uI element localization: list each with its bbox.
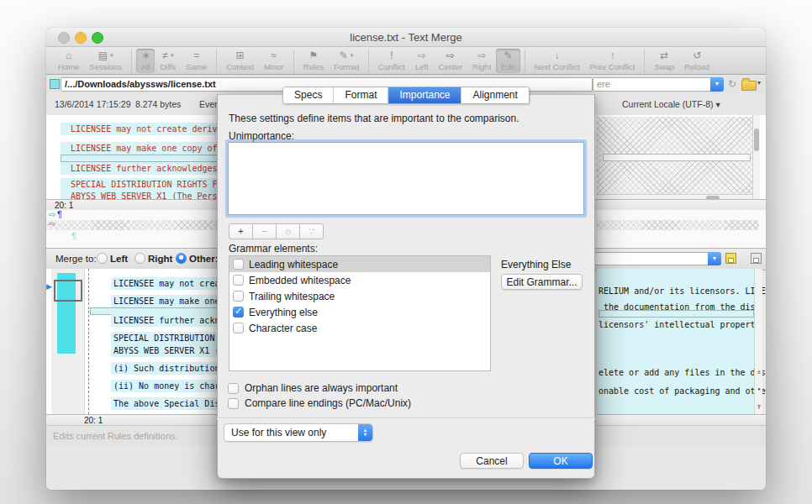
toolbar-reload-button[interactable]: ↺ Reload [679, 49, 714, 73]
insert-arrow-icon[interactable]: ⇨ [49, 210, 55, 219]
merge-left-radio[interactable] [97, 253, 108, 264]
list-item-embedded-whitespace[interactable]: Embedded whitespace [229, 272, 490, 288]
change-arrow-icon[interactable]: ⇨ [49, 219, 55, 228]
rules-icon: ⚑ [308, 50, 318, 61]
scroll-link-plusminus-icon[interactable]: ± [755, 368, 763, 375]
toolbar-diffs-button[interactable]: ≠▾ Diffs [155, 49, 181, 73]
save-as-icon[interactable] [751, 253, 762, 264]
ok-button[interactable]: OK [529, 453, 593, 469]
toolbar-prev-conflict-button[interactable]: ↑ Prev Conflict [585, 49, 641, 73]
toolbar-separator [644, 50, 645, 72]
toolbar-all-button[interactable]: ∗ All [136, 49, 156, 73]
toolbar-home-button[interactable]: ⌂ Home [53, 49, 84, 73]
context-icon: ⊞ [235, 50, 244, 61]
right-line[interactable]: RELIUM and/or its licensors. LICEN [598, 285, 766, 297]
vertical-scrollbar[interactable] [752, 115, 760, 199]
toolbar-context-button[interactable]: ⊞ Context [221, 49, 259, 73]
toolbar-next-conflict-button[interactable]: ↓ Next Conflict [530, 49, 585, 73]
toolbar-minor-button[interactable]: ≈ Minor [259, 49, 289, 73]
toolbar-swap-button[interactable]: ⇄ Swap [649, 49, 679, 73]
list-item-everything-else[interactable]: Everything else [229, 304, 490, 320]
grammar-elements-label: Grammar elements: [229, 243, 318, 255]
gear-icon[interactable]: ☼ [276, 223, 300, 239]
right-line[interactable]: onable cost of packaging and other [598, 385, 766, 397]
scope-select[interactable]: Use for this view only ▲▼ [224, 423, 373, 442]
home-icon: ⌂ [66, 50, 71, 61]
merge-other-radio[interactable] [176, 253, 187, 264]
list-item-trailing-whitespace[interactable]: Trailing whitespace [229, 288, 490, 304]
right-line[interactable]: licensors' intellectual property r [598, 318, 766, 331]
scroll-link-align-icon[interactable]: Ŧ [755, 403, 763, 411]
cancel-button[interactable]: Cancel [460, 453, 524, 469]
all-icon: ∗ [141, 50, 150, 61]
toolbar-rules-button[interactable]: ⚑ Rules [298, 49, 329, 73]
merge-right-label[interactable]: Right [148, 254, 172, 264]
toolbar-sessions-button[interactable]: ▤▾ Sessions [84, 49, 127, 73]
checkbox-unchecked[interactable] [228, 398, 239, 409]
group-icon[interactable]: ∵ [299, 223, 324, 239]
arrow-center-pane-icon: ⇨ [446, 50, 455, 61]
settings-tab-bar: Specs Format Importance Alignment [282, 87, 530, 104]
file-change-indicator-icon [50, 79, 60, 89]
merge-save-path-field[interactable] [593, 252, 709, 265]
edit-pencil-icon: ✎ [504, 50, 512, 61]
merge-path-dropdown-button[interactable]: ▾ [708, 252, 721, 265]
toolbar-edit-button[interactable]: ✎ Edit [496, 49, 519, 73]
cursor-position: 20: 1 [84, 416, 103, 425]
merge-left-label[interactable]: Left [110, 254, 128, 264]
list-item-character-case[interactable]: Character case [229, 320, 490, 336]
main-toolbar: ⌂ Home ▤▾ Sessions ∗ All ≠▾ Diffs = Same… [46, 47, 766, 75]
tab-importance[interactable]: Importance [388, 87, 461, 103]
toolbar-separator [525, 50, 525, 72]
tab-format[interactable]: Format [334, 87, 388, 103]
current-position-arrow-icon: ▶ [46, 282, 52, 291]
checkbox-unchecked[interactable] [233, 275, 244, 286]
revert-path-icon[interactable]: ↻ [728, 78, 736, 90]
checkbox-unchecked[interactable] [233, 259, 244, 270]
remove-button[interactable]: − [252, 223, 277, 239]
same-icon: = [193, 50, 199, 61]
checkbox-unchecked[interactable] [233, 291, 244, 302]
chevron-down-icon: ▾ [713, 255, 716, 262]
arrow-left-pane-icon: ⇨ [418, 50, 426, 61]
orphan-lines-checkbox-row[interactable]: Orphan lines are always important [228, 382, 398, 394]
right-pane-rail: ± ● Ŧ [754, 269, 762, 414]
title-bar: license.txt - Text Merge [46, 28, 766, 47]
edit-grammar-button[interactable]: Edit Grammar... [501, 274, 583, 290]
chevron-down-icon[interactable]: ▾ [757, 79, 761, 87]
line-endings-checkbox-row[interactable]: Compare line endings (PC/Mac/Unix) [228, 397, 411, 409]
right-file-path-field[interactable]: ere [593, 77, 711, 92]
toolbar-conflict-button[interactable]: ! Conflict [373, 49, 410, 73]
right-line[interactable]: elete or add any files in the dist [598, 366, 766, 379]
right-path-dropdown-button[interactable]: ▾ [710, 77, 724, 92]
toolbar-same-button[interactable]: = Same [181, 49, 212, 73]
checkbox-checked[interactable] [233, 307, 244, 318]
checkbox-unchecked[interactable] [233, 323, 244, 333]
toolbar-format-button[interactable]: ✎▾ Format [329, 49, 364, 73]
scrollbar-thumb[interactable] [754, 129, 759, 151]
checkbox-unchecked[interactable] [228, 383, 239, 394]
link-hatch-band [597, 220, 759, 230]
overview-viewport-rect[interactable] [54, 280, 82, 302]
empty-right-line[interactable] [598, 310, 754, 318]
merge-other-label[interactable]: Other: [189, 254, 219, 264]
list-item-leading-whitespace[interactable]: Leading whitespace [229, 256, 490, 272]
conflict-icon: ! [390, 50, 393, 61]
open-folder-icon[interactable] [741, 81, 757, 91]
toolbar-right-button[interactable]: ⇨ Right [467, 49, 496, 73]
unimportance-label: Unimportance: [229, 130, 294, 142]
toolbar-center-button[interactable]: ⇨ Center [434, 49, 468, 73]
tab-specs[interactable]: Specs [283, 87, 334, 103]
margin-dashed-line [88, 269, 89, 414]
merge-right-radio[interactable] [134, 253, 145, 264]
add-button[interactable]: + [229, 223, 253, 239]
tab-alignment[interactable]: Alignment [462, 87, 529, 103]
save-icon[interactable] [725, 253, 736, 264]
unimportance-textarea[interactable] [228, 142, 584, 215]
arrow-up-icon: ↑ [609, 50, 614, 61]
popup-stepper-icon: ▲▼ [358, 424, 372, 441]
diffs-icon: ≠ [162, 50, 168, 61]
scroll-link-lock-icon[interactable]: ● [755, 386, 763, 391]
encoding-selector[interactable]: Current Locale (UTF-8) ▾ [622, 99, 720, 109]
toolbar-left-button[interactable]: ⇨ Left [410, 49, 434, 73]
